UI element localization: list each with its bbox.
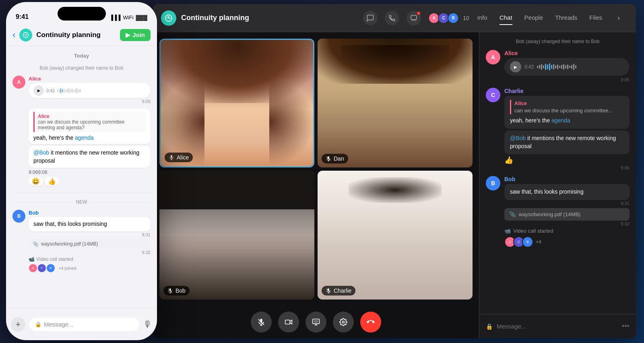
mobile-app-icon <box>19 29 32 41</box>
mobile-video-badge: 📹 Video call started <box>29 256 151 262</box>
charlie-message: C Charlie Alice can we discuss the upcom… <box>486 88 630 170</box>
mobile-alice-sender: Alice <box>29 76 151 82</box>
mobile-input-placeholder: Message... <box>44 321 73 328</box>
play-button[interactable]: ▶ <box>510 61 521 72</box>
tab-threads[interactable]: Threads <box>555 11 577 25</box>
header-icons: A C B 10 <box>363 11 469 25</box>
chat-messages: Bob (away) changed their name to Bob A A… <box>479 32 636 314</box>
nav-more-icon[interactable]: › <box>617 14 620 22</box>
mobile-charlie-times: 9:06 9:06 <box>29 169 47 175</box>
mobile-add-button[interactable]: + <box>11 317 25 332</box>
mute-button[interactable] <box>251 312 272 333</box>
header-title: Continuity planning <box>181 14 249 22</box>
mobile-waveform <box>57 87 146 94</box>
lock-icon: 🔒 <box>486 323 493 330</box>
mobile-play-btn[interactable]: ▶ <box>33 85 44 96</box>
name-badge-bob: Bob <box>163 286 190 295</box>
waveform <box>537 63 624 71</box>
desktop-app: Continuity planning A C B 10 Info Chat <box>153 4 636 338</box>
phone-icon-btn[interactable] <box>385 11 399 25</box>
tab-people[interactable]: People <box>524 11 543 25</box>
phone-container: 9:41 ▐▐▐ WiFi ▓▓▓ ‹ Continuity planning … <box>6 2 157 340</box>
charlie-time: 9:06 <box>504 165 630 170</box>
mobile-time-1: 9:06 <box>29 169 38 175</box>
share-button[interactable] <box>305 312 326 333</box>
bob-avatar: B <box>486 176 500 190</box>
mobile-quote-bubble: Alice can we discuss the upcoming commit… <box>29 109 151 144</box>
video-tile-dan: Dan <box>318 39 473 167</box>
tab-chat[interactable]: Chat <box>500 11 512 25</box>
dynamic-island <box>58 7 106 21</box>
agenda-link[interactable]: agenda <box>551 117 570 124</box>
mobile-bob-time2: 9:32 <box>29 250 151 255</box>
name-badge-dan: Dan <box>322 154 348 163</box>
quote-block: Alice can we discuss the upcoming commit… <box>510 100 624 114</box>
bob-mention: @Bob <box>510 135 526 141</box>
mobile-attach-name: waysofworking.pdf (14MB) <box>41 241 98 247</box>
svg-rect-6 <box>285 320 290 324</box>
join-av-3: B <box>522 236 533 248</box>
dan-name-label: Dan <box>334 155 344 162</box>
mobile-alice-avatar: A <box>12 76 25 89</box>
mobile-join-av-1: A <box>29 264 37 273</box>
name-badge-alice: Alice <box>165 153 193 162</box>
participants-cluster[interactable]: A C B 10 <box>428 12 469 24</box>
camera-icon-join: ▶ <box>126 31 130 39</box>
mobile-agenda-link[interactable]: agenda <box>75 134 94 141</box>
bob-attachment: 📎 waysofworking.pdf (14MB) <box>504 208 630 221</box>
message-input[interactable] <box>497 323 618 330</box>
charlie-sender: Charlie <box>504 88 630 94</box>
video-button[interactable] <box>278 312 299 333</box>
mobile-input-field[interactable]: 🔒 Message... <box>29 318 139 331</box>
join-count: +4 <box>536 239 541 245</box>
mobile-quote-name: Alice <box>38 114 142 119</box>
paperclip-icon: 📎 <box>509 211 516 217</box>
mobile-reaction-thumbs[interactable]: 😀 <box>29 177 43 186</box>
mobile-header: ‹ Continuity planning ▶ Join <box>6 24 157 46</box>
mobile-divider <box>12 192 151 193</box>
mobile-chat: Today Bob (away) changed their name to B… <box>6 46 157 308</box>
mobile-join-av-2: C <box>37 264 46 273</box>
end-call-button[interactable] <box>360 312 381 333</box>
video-call-text: Video call started <box>513 228 553 234</box>
alice-message-audio: A Alice ▶ 0:42 <box>486 50 630 82</box>
mobile-reaction-emoji[interactable]: 👍 <box>45 177 59 186</box>
mobile-alice-content: Alice ▶ 0:42 <box>29 76 151 104</box>
back-button[interactable]: ‹ <box>12 30 15 40</box>
mobile-bob-avatar: B <box>12 210 25 223</box>
bob-name-label: Bob <box>175 287 186 294</box>
mobile-attachment: 📎 waysofworking.pdf (14MB) <box>29 239 151 249</box>
tab-info[interactable]: Info <box>477 11 487 25</box>
mobile-bob-bubble: saw that, this looks promising <box>29 217 151 231</box>
settings-button[interactable] <box>333 312 354 333</box>
charlie-bubble: Alice can we discuss the upcoming commit… <box>504 96 630 129</box>
mobile-bob-msg: B Bob saw that, this looks promising 9:3… <box>12 210 151 273</box>
joining-avatars: A C B +4 <box>504 236 630 248</box>
mobile-bob-time1: 9:31 <box>29 232 151 237</box>
video-controls <box>153 306 479 338</box>
video-area: Alice Dan <box>153 32 479 338</box>
chat-icon-btn[interactable] <box>363 11 378 25</box>
mobile-charlie-bubble-group: Alice can we discuss the upcoming commit… <box>12 109 151 186</box>
audio-bubble-alice: ▶ 0:42 <box>504 58 630 76</box>
new-badge: NEW <box>12 199 151 205</box>
mobile-system-msg: Bob (away) changed their name to Bob <box>12 65 151 71</box>
mobile-clip-icon: 📎 <box>33 241 39 247</box>
system-message: Bob (away) changed their name to Bob <box>486 39 630 44</box>
mobile-channel-name: Continuity planning <box>36 31 116 39</box>
more-options-btn[interactable]: ••• <box>622 322 630 331</box>
charlie-reaction: 👍 <box>504 156 630 165</box>
mobile-audio-bubble: ▶ 0:42 <box>29 83 151 98</box>
mobile-alice-time: 9:05 <box>29 99 151 104</box>
alice-sender: Alice <box>504 50 630 56</box>
charlie-name-label: Charlie <box>334 287 351 294</box>
header-left: Continuity planning <box>161 10 363 26</box>
desktop-body: Alice Dan <box>153 32 636 338</box>
threads-icon-btn[interactable] <box>407 11 421 25</box>
tab-files[interactable]: Files <box>589 11 602 25</box>
mobile-quote-text: can we discuss the upcoming committee me… <box>38 119 142 130</box>
mobile-join-button[interactable]: ▶ Join <box>120 29 151 41</box>
desktop-header: Continuity planning A C B 10 Info Chat <box>153 4 636 32</box>
mobile-bob-sender: Bob <box>29 210 151 216</box>
mobile-mic-button[interactable]: 🎙 <box>143 319 152 330</box>
